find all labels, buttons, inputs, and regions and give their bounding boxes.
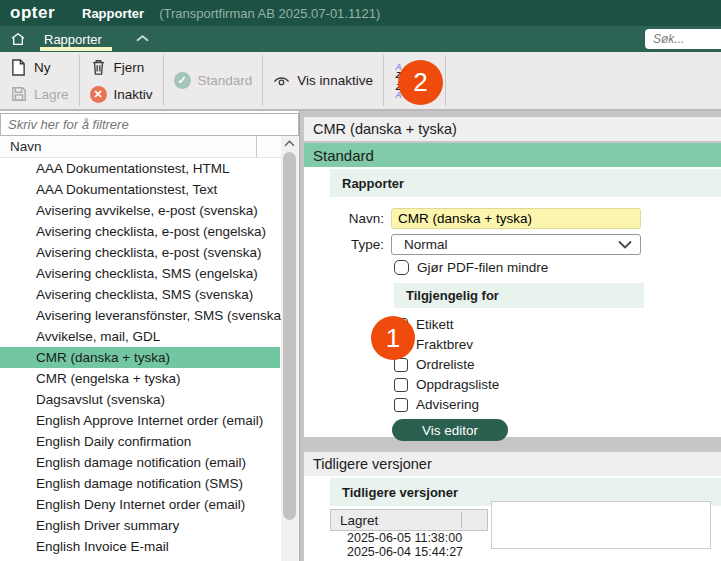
column-header-label: Navn bbox=[10, 139, 42, 154]
subsection-versions-label: Tidligere versjoner bbox=[342, 485, 458, 500]
report-list-panel: Navn AAA Dokumentationstest, HTML AAA Do… bbox=[0, 111, 300, 561]
pdf-checkbox[interactable] bbox=[394, 260, 409, 275]
checkbox-row-etikett: Etikett bbox=[394, 316, 721, 333]
section-standard-body: Rapporter Navn: Type: Normal Gjør PDF-fi… bbox=[304, 167, 721, 437]
name-label: Navn: bbox=[304, 211, 384, 226]
search-input[interactable] bbox=[645, 29, 721, 49]
ordreliste-label: Ordreliste bbox=[416, 357, 475, 372]
available-for-header: Tilgjengelig for bbox=[394, 283, 644, 308]
tab-active-underline bbox=[40, 47, 112, 51]
home-button[interactable] bbox=[9, 30, 27, 48]
scrollbar-thumb[interactable] bbox=[283, 152, 296, 520]
report-list-item[interactable]: English damage notification (email) bbox=[0, 452, 280, 473]
version-row[interactable]: 2025-06-05 11:38:00 bbox=[330, 531, 488, 545]
new-button-label: Ny bbox=[34, 60, 51, 75]
column-divider[interactable] bbox=[256, 136, 257, 157]
remove-button-label: Fjern bbox=[114, 60, 145, 75]
save-icon bbox=[10, 86, 27, 103]
available-for-checkbox-list: Etikett ✓ Fraktbrev Ordreliste Oppdragsl… bbox=[304, 316, 721, 413]
version-row[interactable]: 2025-06-04 15:44:27 bbox=[330, 545, 488, 559]
report-list-item[interactable]: CMR (engelska + tyska) bbox=[0, 368, 280, 389]
collapse-chevron-up-icon[interactable] bbox=[136, 32, 149, 46]
standard-button-label: Standard bbox=[198, 73, 253, 88]
report-list-item[interactable]: Dagsavslut (svenska) bbox=[0, 389, 280, 410]
report-list-item[interactable]: AAA Dokumentationstest, Text bbox=[0, 179, 280, 200]
report-list-item[interactable]: English Driver summary bbox=[0, 515, 280, 536]
inactive-button[interactable]: ✕ Inaktiv bbox=[90, 82, 153, 106]
new-document-icon bbox=[10, 59, 27, 76]
toolbar-group-file: Ny Lagre bbox=[0, 52, 79, 109]
versions-body: Tidligere versjoner Lagret 2025-06-05 11… bbox=[304, 476, 721, 561]
show-inactive-label: Vis innaktive bbox=[297, 73, 373, 88]
tab-rapporter[interactable]: Rapporter bbox=[42, 26, 104, 52]
report-list-item[interactable]: Avisering checklista, SMS (svenska) bbox=[0, 284, 280, 305]
report-list-item[interactable]: Avvikelse, mail, GDL bbox=[0, 326, 280, 347]
new-button[interactable]: Ny bbox=[10, 55, 69, 79]
report-list-item[interactable]: English damage notification (SMS) bbox=[0, 473, 280, 494]
subsection-rapporter-label: Rapporter bbox=[342, 176, 404, 191]
column-divider bbox=[461, 512, 462, 528]
oppdragsliste-checkbox[interactable] bbox=[394, 378, 408, 392]
type-select[interactable]: Normal bbox=[391, 234, 641, 255]
save-button-label: Lagre bbox=[34, 87, 69, 102]
standard-check-icon: ✓ bbox=[174, 72, 191, 89]
main-area: Navn AAA Dokumentationstest, HTML AAA Do… bbox=[0, 111, 721, 561]
checkbox-row-advisering: Advisering bbox=[394, 396, 721, 413]
report-list: AAA Dokumentationstest, HTML AAA Dokumen… bbox=[0, 158, 280, 557]
versions-content: Lagret 2025-06-05 11:38:00 2025-06-04 15… bbox=[304, 509, 721, 559]
list-scrollbar[interactable] bbox=[281, 136, 298, 561]
remove-button[interactable]: Fjern bbox=[90, 55, 153, 79]
nav-bar: Rapporter bbox=[0, 26, 721, 52]
report-list-item[interactable]: Avisering checklista, e-post (engelska) bbox=[0, 221, 280, 242]
report-list-item[interactable]: Avisering checklista, SMS (engelska) bbox=[0, 263, 280, 284]
type-row: Type: Normal bbox=[304, 234, 721, 255]
chevron-down-icon bbox=[618, 240, 632, 249]
inactive-button-label: Inaktiv bbox=[114, 87, 153, 102]
type-label: Type: bbox=[304, 237, 384, 252]
filter-input[interactable] bbox=[0, 113, 299, 136]
advisering-checkbox[interactable] bbox=[394, 398, 408, 412]
tab-rapporter-label: Rapporter bbox=[44, 32, 102, 47]
advisering-label: Advisering bbox=[416, 397, 479, 412]
report-list-item[interactable]: English Approve Internet order (email) bbox=[0, 410, 280, 431]
save-button[interactable]: Lagre bbox=[10, 82, 69, 106]
name-input[interactable] bbox=[391, 208, 641, 229]
section-gap bbox=[304, 437, 721, 452]
checkbox-row-oppdragsliste: Oppdragsliste bbox=[394, 376, 721, 393]
callout-badge-1: 1 bbox=[371, 316, 415, 360]
toolbar-group-view: Vis innaktive bbox=[263, 52, 383, 109]
detail-panel: CMR (danska + tyska) Standard Rapporter … bbox=[300, 111, 721, 561]
versions-table: Lagret 2025-06-05 11:38:00 2025-06-04 15… bbox=[330, 509, 488, 559]
pdf-checkbox-label: Gjør PDF-filen mindre bbox=[417, 260, 548, 275]
report-list-item[interactable]: English Invoice E-mail bbox=[0, 536, 280, 557]
toolbar-group-standard: ✓ Standard bbox=[164, 52, 263, 109]
report-list-item[interactable]: AAA Dokumentationstest, HTML bbox=[0, 158, 280, 179]
name-row: Navn: bbox=[304, 208, 721, 229]
subsection-rapporter: Rapporter bbox=[330, 169, 721, 197]
module-title: Rapporter bbox=[82, 6, 144, 21]
etikett-label: Etikett bbox=[416, 317, 454, 332]
report-list-item[interactable]: Avisering checklista, e-post (svenska) bbox=[0, 242, 280, 263]
report-list-item[interactable]: Avisering leveransfönster, SMS (svenska) bbox=[0, 305, 280, 326]
list-column-header[interactable]: Navn bbox=[0, 136, 299, 158]
instance-label: (Transportfirman AB 2025.07-01.1121) bbox=[159, 6, 380, 21]
standard-button[interactable]: ✓ Standard bbox=[174, 69, 253, 93]
checkbox-row-ordreliste: Ordreliste bbox=[394, 356, 721, 373]
report-list-item[interactable]: English Daily confirmation bbox=[0, 431, 280, 452]
versions-column-header[interactable]: Lagret bbox=[330, 509, 488, 531]
callout-badge-2: 2 bbox=[398, 60, 443, 105]
version-detail-pane bbox=[491, 501, 711, 549]
report-list-item[interactable]: English Deny Internet order (email) bbox=[0, 494, 280, 515]
show-inactive-button[interactable]: Vis innaktive bbox=[273, 69, 373, 93]
report-list-item[interactable]: CMR (danska + tyska) bbox=[0, 347, 280, 368]
home-icon bbox=[10, 31, 27, 48]
versions-title-label: Tidligere versjoner bbox=[313, 456, 432, 472]
toolbar-group-edit: Fjern ✕ Inaktiv bbox=[80, 52, 163, 109]
eye-icon bbox=[273, 72, 290, 89]
fraktbrev-label: Fraktbrev bbox=[416, 337, 473, 352]
checkbox-row-fraktbrev: ✓ Fraktbrev bbox=[394, 336, 721, 353]
report-list-item[interactable]: Avisering avvikelse, e-post (svenska) bbox=[0, 200, 280, 221]
versions-column-label: Lagret bbox=[340, 513, 378, 528]
toolbar-separator bbox=[445, 55, 446, 106]
scroll-up-icon[interactable] bbox=[281, 136, 298, 150]
